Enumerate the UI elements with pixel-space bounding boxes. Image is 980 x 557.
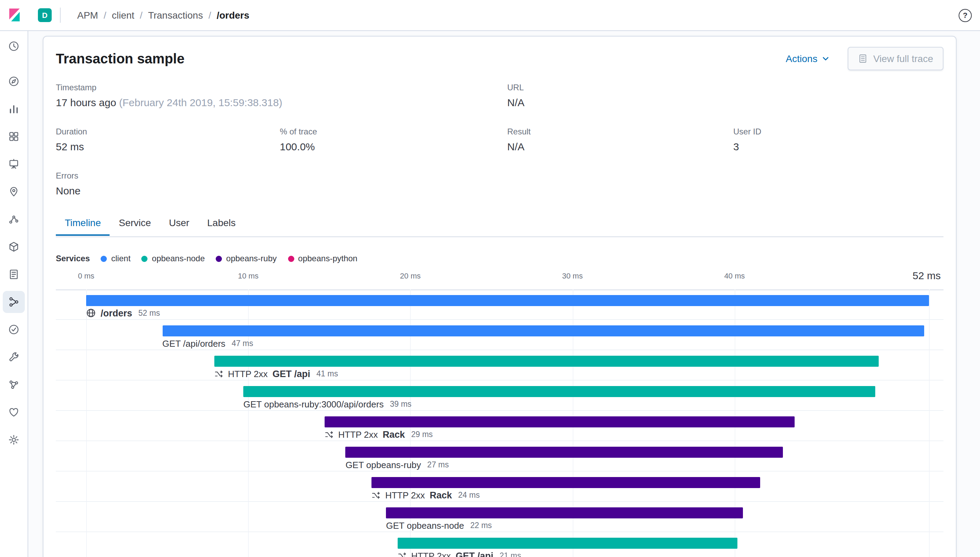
sidebar-item-maps[interactable]: [3, 181, 25, 203]
breadcrumbs: APM/client/Transactions//orders: [77, 10, 249, 21]
waterfall-row[interactable]: GET opbeans-node22 ms: [56, 502, 943, 532]
span-bar[interactable]: [386, 507, 743, 518]
tabs: TimelineServiceUserLabels: [56, 210, 943, 237]
ml-icon: [8, 214, 19, 225]
span-label: HTTP 2xxRack29 ms: [324, 429, 432, 440]
legend-item-opbeans-node: opbeans-node: [141, 254, 205, 263]
tab-labels[interactable]: Labels: [198, 210, 245, 236]
help-icon[interactable]: ?: [959, 9, 972, 22]
meta-value: None: [56, 184, 280, 198]
sidebar-item-uptime[interactable]: [3, 319, 25, 340]
meta-url: URL N/A: [507, 82, 733, 110]
axis-tick: 10 ms: [238, 272, 258, 280]
sidebar-item-dashboard[interactable]: [3, 125, 25, 148]
sidebar-item-monitoring[interactable]: [3, 401, 25, 423]
span-label: GET opbeans-node22 ms: [386, 520, 492, 531]
legend-label: opbeans-ruby: [226, 254, 277, 263]
kibana-logo[interactable]: [0, 8, 28, 23]
sidebar-item-recently-viewed[interactable]: [3, 35, 25, 57]
span-duration: 24 ms: [458, 491, 480, 499]
compass-icon: [8, 76, 19, 87]
sidebar-item-dev-tools[interactable]: [3, 346, 25, 368]
waterfall-row[interactable]: HTTP 2xxGET /api21 ms: [56, 532, 943, 557]
breadcrumb-item: /orders: [217, 10, 249, 21]
sidebar-item-graph[interactable]: [3, 374, 25, 396]
gear-icon: [8, 434, 19, 445]
legend-title: Services: [56, 254, 90, 263]
services-legend-items: clientopbeans-nodeopbeans-rubyopbeans-py…: [101, 254, 358, 263]
meta-duration: Duration 52 ms: [56, 126, 280, 154]
legend-label: opbeans-python: [298, 254, 358, 263]
clock-icon: [8, 41, 19, 52]
span-bar[interactable]: [243, 386, 876, 397]
span-name: GET /api: [455, 550, 494, 557]
span-name: GET /api: [273, 368, 310, 379]
span-bar[interactable]: [162, 326, 924, 336]
waterfall-row[interactable]: /orders52 ms: [56, 290, 943, 320]
timestamp-relative: 17 hours ago: [56, 96, 116, 108]
legend-label: client: [111, 254, 131, 263]
breadcrumb-item[interactable]: client: [112, 10, 134, 21]
meta-label: Errors: [56, 170, 280, 181]
span-result: HTTP 2xx: [228, 368, 268, 379]
sidebar-item-machine-learning[interactable]: [3, 208, 25, 230]
waterfall-row[interactable]: HTTP 2xxRack29 ms: [56, 411, 943, 441]
document-icon: [858, 54, 868, 64]
span-name: /orders: [101, 308, 132, 318]
sidebar-item-logs[interactable]: [3, 263, 25, 285]
meta-trace-percent: % of trace 100.0%: [280, 126, 507, 154]
span-bar[interactable]: [215, 356, 879, 367]
breadcrumb-separator: /: [140, 10, 143, 21]
tab-timeline[interactable]: Timeline: [56, 210, 110, 236]
sidebar-item-infrastructure[interactable]: [3, 236, 25, 258]
meta-label: Timestamp: [56, 82, 507, 93]
easel-icon: [8, 158, 19, 169]
span-bar[interactable]: [346, 447, 783, 458]
panel-header: Transaction sample Actions View full tra…: [56, 46, 943, 71]
space-badge[interactable]: D: [38, 8, 52, 22]
span-duration: 47 ms: [232, 339, 253, 347]
time-axis: 52 ms 0 ms10 ms20 ms30 ms40 ms: [56, 270, 943, 290]
sidebar-item-management[interactable]: [3, 429, 25, 451]
legend-item-opbeans-python: opbeans-python: [288, 254, 358, 263]
breadcrumb-separator: /: [208, 10, 211, 21]
span-bar[interactable]: [86, 295, 929, 306]
sidebar-item-canvas[interactable]: [3, 153, 25, 175]
waterfall-row[interactable]: GET /api/orders47 ms: [56, 320, 943, 350]
span-name: Rack: [430, 490, 452, 500]
tab-service[interactable]: Service: [110, 210, 160, 236]
waterfall-row[interactable]: HTTP 2xxGET /api41 ms: [56, 350, 943, 381]
span-bar[interactable]: [397, 538, 738, 549]
page-title: Transaction sample: [56, 49, 185, 68]
tab-user[interactable]: User: [160, 210, 198, 236]
waterfall-row[interactable]: GET opbeans-ruby27 ms: [56, 441, 943, 472]
breadcrumb-item[interactable]: Transactions: [148, 10, 203, 21]
pin-icon: [8, 186, 19, 197]
span-name: Rack: [383, 429, 405, 440]
span-label: GET opbeans-ruby:3000/api/orders39 ms: [243, 399, 411, 409]
actions-button[interactable]: Actions: [786, 53, 830, 64]
span-duration: 29 ms: [411, 430, 433, 438]
span-label: HTTP 2xxRack24 ms: [371, 489, 479, 500]
span-bar[interactable]: [324, 416, 794, 427]
sidebar-item-discover[interactable]: [3, 70, 25, 92]
meta-label: Duration: [56, 126, 280, 137]
meta-result: Result N/A: [507, 126, 733, 154]
view-full-trace-button[interactable]: View full trace: [848, 47, 943, 70]
meta-errors: Errors None: [56, 170, 280, 198]
span-duration: 39 ms: [390, 400, 411, 408]
span-label: HTTP 2xxGET /api21 ms: [397, 550, 521, 557]
meta-label: Result: [507, 126, 733, 137]
sidebar-item-apm[interactable]: [3, 291, 25, 313]
span-duration: 41 ms: [316, 370, 338, 378]
span-result: HTTP 2xx: [385, 490, 425, 500]
waterfall-row[interactable]: GET opbeans-ruby:3000/api/orders39 ms: [56, 381, 943, 411]
sidebar-item-visualize[interactable]: [3, 98, 25, 120]
sidebar-nav: [0, 31, 28, 557]
meta-value: 52 ms: [56, 140, 280, 154]
span-bar[interactable]: [371, 477, 761, 488]
waterfall-row[interactable]: HTTP 2xxRack24 ms: [56, 472, 943, 502]
breadcrumb-item[interactable]: APM: [77, 10, 98, 21]
cube-icon: [8, 241, 19, 252]
span-name: GET opbeans-node: [386, 520, 464, 531]
